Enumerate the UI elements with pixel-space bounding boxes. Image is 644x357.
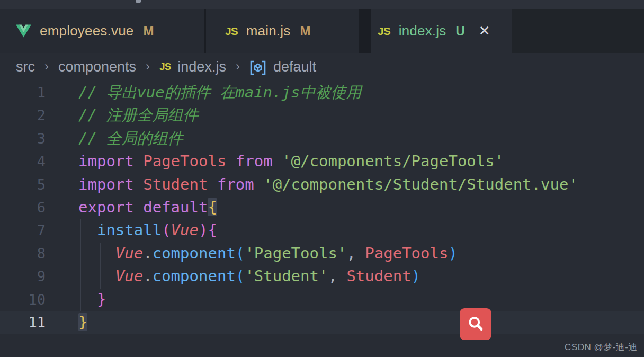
git-modified-badge: M [300, 24, 310, 39]
code-line[interactable]: 10 } [0, 288, 644, 311]
code-token [208, 175, 217, 193]
code-line[interactable]: 3// 全局的组件 [0, 127, 644, 150]
titlebar-strip [0, 0, 644, 9]
code-line[interactable]: 8 Vue.component('PageTools', PageTools) [0, 242, 644, 265]
code-token: default [143, 198, 208, 216]
code-token: { [208, 198, 217, 216]
tab-main-js[interactable]: JS main.js M [206, 9, 359, 53]
line-number[interactable]: 1 [0, 81, 46, 104]
code-token: } [78, 313, 87, 331]
line-number[interactable]: 9 [0, 265, 46, 288]
search-button[interactable] [460, 308, 491, 340]
code-content: Vue.component('PageTools', PageTools) [46, 242, 458, 265]
code-token: // 导出vue的插件 在main.js中被使用 [78, 83, 361, 101]
git-modified-badge: M [143, 24, 154, 39]
code-token [78, 290, 97, 308]
csdn-watermark: CSDN @梦-迪-迪 [565, 341, 638, 353]
js-file-icon: JS [378, 25, 390, 38]
code-token: PageTools [365, 244, 448, 262]
code-token: ) [412, 267, 421, 285]
line-number[interactable]: 2 [0, 104, 46, 127]
line-number[interactable]: 7 [0, 219, 46, 242]
line-number[interactable]: 10 [0, 288, 46, 311]
code-token: ( [236, 244, 245, 262]
code-content: // 导出vue的插件 在main.js中被使用 [46, 81, 361, 104]
code-token: Student [143, 175, 208, 193]
chevron-right-icon: › [44, 59, 49, 74]
magnifier-icon [464, 313, 487, 336]
code-token: from [217, 175, 254, 193]
code-token: export [78, 198, 134, 216]
code-token: } [97, 290, 106, 308]
vscode-window: employees.vue M JS main.js M JS index.js… [0, 0, 644, 357]
chevron-right-icon: › [236, 59, 240, 74]
tab-index-js-active[interactable]: JS index.js U ✕ [371, 9, 512, 53]
code-token [78, 267, 115, 285]
breadcrumb-item-src[interactable]: src [16, 59, 35, 75]
code-token: 'PageTools' [245, 244, 346, 262]
code-token: '@/components/Student/Student.vue' [263, 175, 578, 193]
code-token: install [97, 221, 162, 239]
code-token: , [328, 267, 337, 285]
code-content: // 注册全局组件 [46, 104, 198, 127]
code-line[interactable]: 5import Student from '@/components/Stude… [0, 173, 644, 196]
line-number[interactable]: 8 [0, 242, 46, 265]
code-content: import PageTools from '@/components/Page… [46, 150, 504, 173]
tab-employees-vue[interactable]: employees.vue M [0, 9, 204, 53]
titlebar-notch [136, 0, 141, 3]
code-token [134, 152, 143, 170]
editor-tab-bar: employees.vue M JS main.js M JS index.js… [0, 9, 644, 53]
tab-label: index.js [399, 23, 446, 39]
code-content: install(Vue){ [46, 219, 217, 242]
line-number[interactable]: 6 [0, 196, 46, 219]
breadcrumb-item-default[interactable]: default [273, 59, 316, 75]
code-area: 1// 导出vue的插件 在main.js中被使用2// 注册全局组件3// 全… [0, 81, 644, 334]
code-token [78, 221, 97, 239]
code-token [134, 198, 143, 216]
breadcrumb: src › components › JS index.js › default [0, 53, 644, 81]
code-editor[interactable]: 1// 导出vue的插件 在main.js中被使用2// 注册全局组件3// 全… [0, 81, 644, 357]
code-token: component [153, 244, 236, 262]
breadcrumb-item-components[interactable]: components [58, 59, 136, 75]
code-token: Vue [171, 221, 199, 239]
js-file-icon: JS [159, 61, 171, 73]
indent-guide [80, 219, 81, 311]
tab-label: employees.vue [40, 23, 133, 39]
code-token: ) [199, 221, 208, 239]
code-token [254, 175, 263, 193]
code-line[interactable]: 6export default{ [0, 196, 644, 219]
code-content: export default{ [46, 196, 217, 219]
code-token: // 全局的组件 [78, 129, 183, 147]
code-token: , [346, 244, 355, 262]
code-line[interactable]: 1// 导出vue的插件 在main.js中被使用 [0, 81, 644, 104]
code-token: Vue [115, 267, 143, 285]
code-token: '@/components/PageTools' [282, 152, 504, 170]
code-line[interactable]: 2// 注册全局组件 [0, 104, 644, 127]
breadcrumb-item-index-js[interactable]: index.js [177, 59, 226, 75]
code-token: { [208, 221, 217, 239]
close-icon[interactable]: ✕ [479, 23, 490, 39]
code-line[interactable]: 11} [0, 311, 644, 334]
line-number[interactable]: 11 [0, 311, 46, 334]
code-token: ( [162, 221, 171, 239]
code-token: ) [448, 244, 457, 262]
tab-bar-empty-space [512, 9, 644, 53]
code-token: PageTools [143, 152, 226, 170]
git-untracked-badge: U [455, 24, 464, 39]
js-file-icon: JS [225, 25, 238, 38]
code-token: component [153, 267, 236, 285]
module-symbol-icon [249, 60, 266, 75]
code-content: // 全局的组件 [46, 127, 183, 150]
code-line[interactable]: 7 install(Vue){ [0, 219, 644, 242]
code-line[interactable]: 9 Vue.component('Student', Student) [0, 265, 644, 288]
line-number[interactable]: 3 [0, 127, 46, 150]
line-number[interactable]: 5 [0, 173, 46, 196]
line-number[interactable]: 4 [0, 150, 46, 173]
vue-logo-icon [16, 24, 31, 38]
code-token: import [78, 175, 134, 193]
code-token: Vue [115, 244, 143, 262]
code-line[interactable]: 4import PageTools from '@/components/Pag… [0, 150, 644, 173]
code-token: Student [346, 267, 411, 285]
code-token: import [78, 152, 134, 170]
code-content: Vue.component('Student', Student) [46, 265, 421, 288]
